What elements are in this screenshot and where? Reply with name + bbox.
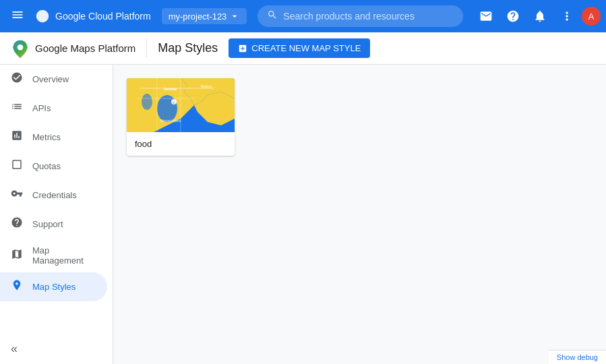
more-button[interactable]: [555, 4, 579, 28]
metrics-icon: [11, 129, 23, 145]
gcp-title: Google Cloud Platform: [55, 11, 151, 22]
project-name: my-project-123: [169, 11, 227, 22]
maps-logo-icon: [11, 39, 30, 58]
sidebar-nav: Overview APIs Metrics Quotas: [0, 65, 113, 301]
sidebar-item-support[interactable]: Support: [0, 210, 107, 239]
map-management-icon: [11, 248, 23, 264]
main-layout: Overview APIs Metrics Quotas: [0, 65, 606, 364]
menu-icon[interactable]: [5, 3, 30, 30]
search-icon: [267, 9, 278, 23]
top-bar-actions: A: [474, 4, 601, 28]
content-area: Seattle Bellevu Mercer Island + food: [113, 65, 606, 364]
collapse-icon: «: [11, 342, 18, 356]
sidebar-item-apis[interactable]: APIs: [0, 94, 107, 123]
page-title-area: Map Styles CREATE NEW MAP STYLE: [146, 38, 370, 58]
quotas-label: Quotas: [32, 161, 61, 171]
map-style-label: food: [127, 132, 235, 156]
credentials-icon: [11, 187, 23, 203]
debug-bar[interactable]: Show debug: [549, 350, 606, 364]
sidebar-collapse-button[interactable]: «: [0, 334, 113, 364]
search-bar: [257, 5, 463, 27]
sidebar-item-map-styles[interactable]: Map Styles: [0, 272, 107, 301]
apis-label: APIs: [32, 103, 51, 113]
svg-text:Bellevu: Bellevu: [201, 84, 212, 88]
map-styles-label: Map Styles: [32, 282, 75, 292]
svg-point-6: [142, 94, 152, 110]
project-selector[interactable]: my-project-123: [162, 8, 247, 24]
sidebar-item-quotas[interactable]: Quotas: [0, 152, 107, 181]
second-header: Google Maps Platform Map Styles CREATE N…: [0, 32, 606, 65]
notifications-button[interactable]: [474, 4, 498, 28]
svg-point-0: [18, 44, 24, 50]
svg-text:Mercer Island: Mercer Island: [160, 119, 181, 123]
debug-label: Show debug: [557, 353, 598, 361]
svg-text:+: +: [173, 100, 175, 104]
gmp-title: Google Maps Platform: [35, 42, 135, 54]
sidebar-item-overview[interactable]: Overview: [0, 65, 107, 94]
map-thumbnail: Seattle Bellevu Mercer Island +: [127, 78, 235, 132]
quotas-icon: [11, 158, 23, 174]
top-bar: Google Cloud Platform my-project-123 A: [0, 0, 606, 32]
search-input[interactable]: [283, 11, 454, 22]
map-thumbnail-svg: Seattle Bellevu Mercer Island +: [127, 78, 235, 132]
credentials-label: Credentials: [32, 190, 77, 200]
map-management-label: Map Management: [32, 245, 96, 266]
support-icon: [11, 216, 23, 232]
support-label: Support: [32, 219, 63, 229]
map-style-card-food[interactable]: Seattle Bellevu Mercer Island + food: [127, 78, 235, 156]
sidebar-item-credentials[interactable]: Credentials: [0, 181, 107, 210]
overview-icon: [11, 71, 23, 87]
metrics-label: Metrics: [32, 132, 61, 142]
svg-text:Seattle: Seattle: [164, 87, 177, 91]
help-button[interactable]: [501, 4, 525, 28]
avatar[interactable]: A: [582, 7, 601, 26]
gcp-logo: Google Cloud Platform: [30, 9, 156, 24]
apis-icon: [11, 100, 23, 116]
create-new-map-style-button[interactable]: CREATE NEW MAP STYLE: [229, 38, 370, 58]
map-styles-icon: [11, 279, 23, 295]
sidebar-item-map-management[interactable]: Map Management: [0, 239, 107, 272]
sidebar-item-metrics[interactable]: Metrics: [0, 123, 107, 152]
create-btn-label: CREATE NEW MAP STYLE: [251, 43, 361, 53]
page-heading: Map Styles: [158, 41, 218, 55]
alerts-button[interactable]: [528, 4, 552, 28]
overview-label: Overview: [32, 74, 69, 84]
svg-point-5: [157, 95, 177, 122]
gmp-logo: Google Maps Platform: [11, 39, 135, 58]
sidebar: Overview APIs Metrics Quotas: [0, 65, 113, 364]
